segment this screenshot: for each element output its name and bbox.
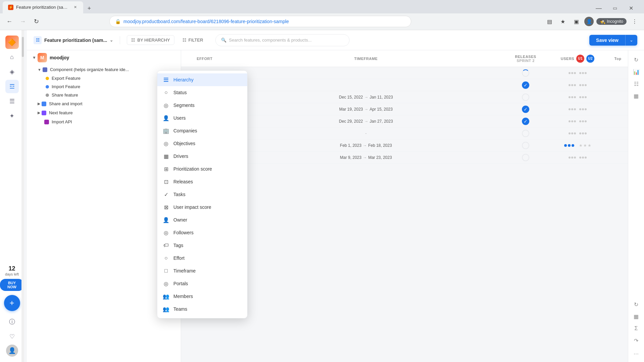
sprint2-label: Sprint 2 <box>517 59 535 63</box>
save-view-button[interactable]: Save view <box>589 35 625 46</box>
app: 🔶 ⌂ ◈ ☲ ☰ ✦ 12 days left BUY NOW + ⓘ ♡ 👤… <box>0 30 644 362</box>
dropdown-item-effort[interactable]: ○ Effort <box>157 252 247 264</box>
sidebar-icon-menu-alt[interactable]: ☰ <box>5 95 19 108</box>
moodjoy-title: moodjoy <box>50 55 69 60</box>
users-cell-4 <box>547 108 608 110</box>
users-cell-2 <box>547 84 608 86</box>
next-feature-expand-icon[interactable]: ▶ <box>38 111 40 115</box>
header-timeframe: TIMEFRAME <box>228 57 504 61</box>
hierarchy-button[interactable]: ☷ BY HIERARCHY <box>127 35 174 45</box>
board-title-chevron[interactable]: ⌄ <box>110 38 113 43</box>
right-icon-table[interactable]: ▦ <box>631 90 642 101</box>
dropdown-item-user-impact[interactable]: ⊠ User impact score <box>157 201 247 214</box>
right-icon-sync2[interactable]: ↷ <box>631 335 642 346</box>
sidebar-icon-star[interactable]: ✦ <box>5 109 19 123</box>
buy-now-button[interactable]: BUY NOW <box>0 279 24 291</box>
users-cell-6 <box>547 132 608 134</box>
reload-button[interactable]: ↻ <box>31 16 42 27</box>
timeframe-menu-icon: □ <box>163 267 169 274</box>
back-button[interactable]: ← <box>4 16 15 27</box>
right-icon-refresh[interactable]: ↻ <box>631 54 642 65</box>
minimize-button[interactable]: — <box>591 3 606 13</box>
dropdown-item-owner[interactable]: 👤 Owner <box>157 214 247 226</box>
dropdown-item-drivers[interactable]: ▦ Drivers <box>157 150 247 163</box>
dropdown-item-companies[interactable]: 🏢 Companies <box>157 124 247 137</box>
share-import-expand-icon[interactable]: ▶ <box>38 102 40 106</box>
right-icon-chart[interactable]: 📊 <box>631 66 642 77</box>
right-icon-filter[interactable]: ☷ <box>631 78 642 89</box>
save-view-dropdown-button[interactable]: ⌄ <box>625 35 637 46</box>
data-row-6: - - <box>181 127 628 139</box>
filter-icon: ☷ <box>182 38 186 43</box>
releases-menu-label: Releases <box>173 179 242 184</box>
browser-chrome: — ▭ ✕ Feature prioritization (sample) ✕ … <box>0 0 644 30</box>
board-title-text: Feature prioritization (sam... <box>44 38 107 43</box>
forward-button[interactable]: → <box>17 16 28 27</box>
dropdown-item-tags[interactable]: 🏷 Tags <box>157 239 247 252</box>
owner-menu-label: Owner <box>173 217 242 223</box>
dropdown-menu: Hierarchy ○ Status ◎ Segments 👤 Users 🏢 … <box>157 70 248 318</box>
user-avatar[interactable]: 👤 <box>6 345 18 357</box>
dropdown-item-prioritization[interactable]: ⊞ Prioritization score <box>157 163 247 175</box>
svg-rect-0 <box>164 78 168 78</box>
dropdown-item-releases[interactable]: ⊡ Releases <box>157 175 247 188</box>
feature-title-share: Share feature <box>52 93 78 98</box>
sidebar-icon-bell[interactable]: ♡ <box>5 330 19 343</box>
active-tab[interactable]: Feature prioritization (sample) ✕ <box>3 1 83 13</box>
sidebar-icon-home[interactable]: ⌂ <box>5 50 19 64</box>
moodjoy-row[interactable]: ▼ M moodjoy <box>27 50 181 65</box>
search-placeholder: Search features, components & products..… <box>229 38 312 43</box>
timeframe-cell-4: Mar 19, 2023 → Apr 15, 2023 <box>228 107 504 112</box>
sidebar-icon-help[interactable]: ⓘ <box>5 315 19 328</box>
user-avatar-u2: U2 <box>586 55 594 63</box>
share-import-dot <box>42 102 46 106</box>
new-tab-button[interactable]: + <box>85 4 94 13</box>
timeframe-cell-6: - <box>228 131 504 136</box>
app-logo: 🔶 <box>5 36 19 49</box>
filter-button[interactable]: ☷ FILTER <box>178 36 207 45</box>
dots-group-1a <box>569 72 576 74</box>
add-button[interactable]: + <box>4 295 20 311</box>
dropdown-item-portals[interactable]: ◎ Portals <box>157 277 247 290</box>
status-menu-icon: ○ <box>163 89 169 96</box>
dropdown-item-timeframe[interactable]: □ Timeframe <box>157 264 247 277</box>
close-button[interactable]: ✕ <box>623 3 639 13</box>
feature-title-import: Import Feature <box>52 84 80 89</box>
extensions-icon[interactable]: ▣ <box>571 16 582 27</box>
dropdown-item-objectives[interactable]: ◎ Objectives <box>157 137 247 150</box>
dropdown-item-hierarchy[interactable]: Hierarchy <box>157 73 247 86</box>
restore-button[interactable]: ▭ <box>607 3 623 13</box>
address-bar[interactable]: 🔒 moodjoy.productboard.com/feature-board… <box>109 16 411 27</box>
data-row-5: 3 Dec 29, 2022 → Jan 27, 2023 ✓ <box>181 115 628 127</box>
sidebar-icon-compass[interactable]: ◈ <box>5 65 19 78</box>
timeframe-menu-label: Timeframe <box>173 268 242 274</box>
bookmark-icon[interactable]: ★ <box>557 16 568 27</box>
tab-close-button[interactable]: ✕ <box>72 5 78 10</box>
dropdown-item-users[interactable]: 👤 Users <box>157 112 247 124</box>
right-icon-more[interactable]: … <box>631 347 642 358</box>
save-view-group: Save view ⌄ <box>589 35 637 46</box>
dropdown-item-segments[interactable]: ◎ Segments <box>157 99 247 112</box>
right-sidebar: ↻ 📊 ☷ ▦ ↻ ▦ Σ ↷ … <box>628 50 644 362</box>
star-group-7: ★ ★ ★ <box>579 143 591 148</box>
more-menu-icon[interactable]: ⋮ <box>629 16 640 27</box>
dropdown-item-followers[interactable]: ◎ Followers <box>157 226 247 239</box>
search-bar[interactable]: 🔍 Search features, components & products… <box>215 34 350 46</box>
dropdown-item-status[interactable]: ○ Status <box>157 86 247 99</box>
scroll-handle[interactable] <box>22 37 24 57</box>
dropdown-item-teams[interactable]: 👥 Teams <box>157 303 247 315</box>
right-icon-grid[interactable]: ▦ <box>631 311 642 322</box>
dropdown-item-members[interactable]: 👥 Members <box>157 290 247 303</box>
right-icon-sigma[interactable]: Σ <box>631 323 642 334</box>
cast-icon[interactable]: ▤ <box>544 16 555 27</box>
user-impact-menu-label: User impact score <box>173 204 242 210</box>
main-content: ☷ Feature prioritization (sam... ⌄ ☷ BY … <box>27 30 644 362</box>
sidebar-icon-list[interactable]: ☲ <box>5 80 19 93</box>
profile-icon[interactable]: 👤 <box>584 17 594 26</box>
dropdown-item-tasks[interactable]: ✓ Tasks <box>157 188 247 201</box>
component-collapse-icon[interactable]: ▼ <box>38 68 41 72</box>
effort-menu-icon: ○ <box>163 255 169 261</box>
dots-group-1b <box>579 72 587 74</box>
right-icon-sync[interactable]: ↻ <box>631 299 642 310</box>
moodjoy-collapse-icon[interactable]: ▼ <box>32 55 36 60</box>
